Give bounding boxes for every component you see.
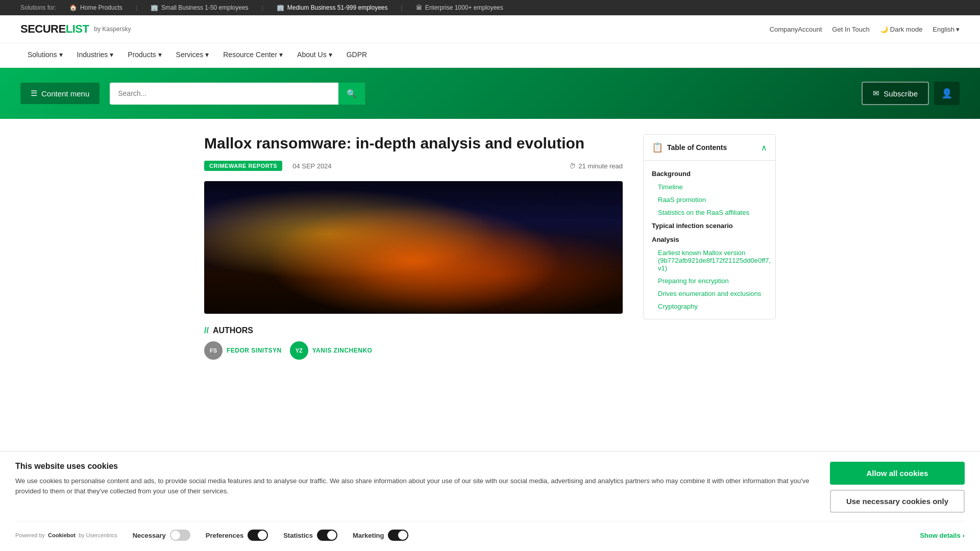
search-input[interactable] (110, 83, 338, 104)
dark-mode-toggle[interactable]: 🌙 Dark mode (880, 26, 923, 33)
industries-arrow: ▾ (110, 51, 113, 59)
subscribe-button[interactable]: ✉ Subscribe (862, 82, 929, 105)
dark-mode-label: Dark mode (890, 26, 923, 33)
nav-resource-center[interactable]: Resource Center ▾ (216, 43, 290, 67)
products-arrow: ▾ (158, 51, 162, 59)
logo-secure: SECURE (20, 22, 66, 35)
author-yanis-avatar: YZ (290, 341, 308, 360)
enterprise-icon: 🏛 (416, 4, 422, 11)
author-yanis[interactable]: YZ YANIS ZINCHENKO (290, 341, 373, 360)
topbar-medium-label: Medium Business 51-999 employees (287, 4, 388, 11)
get-in-touch-link[interactable]: Get In Touch (832, 26, 869, 33)
site-logo[interactable]: SECURELIST by Kaspersky (20, 22, 131, 36)
topbar-item-home[interactable]: 🏠 Home Products (66, 3, 126, 12)
small-biz-icon: 🏢 (151, 4, 158, 11)
topbar-item-medium[interactable]: 🏢 Medium Business 51-999 employees (274, 3, 391, 12)
content-menu-button[interactable]: ☰ Content menu (20, 83, 100, 104)
authors-list: FS FEDOR SINITSYN YZ YANIS ZINCHENKO (204, 341, 623, 360)
topbar-item-enterprise[interactable]: 🏛 Enterprise 1000+ employees (413, 3, 506, 12)
language-label: English (933, 26, 954, 33)
content-area: Mallox ransomware: in-depth analysis and… (184, 119, 796, 385)
table-of-contents: 📋 Table of Contents ∧ Background Timelin… (643, 134, 776, 319)
article-date: 04 SEP 2024 (292, 162, 331, 170)
toc-section-background[interactable]: Background (644, 167, 775, 181)
toc-item-preparing[interactable]: Preparing for encryption (644, 274, 775, 287)
topbar-home-label: Home Products (80, 4, 122, 11)
authors-label: AUTHORS (204, 326, 623, 335)
main-navigation: Solutions ▾ Industries ▾ Products ▾ Serv… (0, 43, 980, 68)
nav-gdpr[interactable]: GDPR (339, 43, 374, 67)
toc-section-infection[interactable]: Typical infection scenario (644, 219, 775, 233)
article-title: Mallox ransomware: in-depth analysis and… (204, 134, 623, 153)
about-arrow: ▾ (329, 51, 332, 59)
medium-biz-icon: 🏢 (277, 4, 284, 11)
nav-about-us[interactable]: About Us ▾ (290, 43, 339, 67)
site-header: SECURELIST by Kaspersky CompanyAccount G… (0, 15, 980, 43)
article-hero-image (204, 181, 623, 314)
company-account-link[interactable]: CompanyAccount (770, 26, 822, 33)
home-icon: 🏠 (69, 4, 77, 11)
services-arrow: ▾ (205, 51, 209, 59)
read-time: ⏱ 21 minute read (569, 162, 623, 170)
user-account-button[interactable]: 👤 (934, 82, 960, 105)
topbar-small-label: Small Business 1-50 employees (161, 4, 249, 11)
sidebar: 📋 Table of Contents ∧ Background Timelin… (643, 134, 776, 370)
chevron-down-icon: ▾ (956, 26, 960, 33)
search-button[interactable]: 🔍 (338, 83, 365, 105)
search-icon: 🔍 (347, 89, 357, 98)
moon-icon: 🌙 (880, 26, 888, 33)
article-meta: CRIMEWARE REPORTS 04 SEP 2024 ⏱ 21 minut… (204, 161, 623, 171)
nav-solutions[interactable]: Solutions ▾ (20, 43, 70, 67)
author-fedor[interactable]: FS FEDOR SINITSYN (204, 341, 282, 360)
main-content: Mallox ransomware: in-depth analysis and… (204, 134, 623, 370)
article-tag[interactable]: CRIMEWARE REPORTS (204, 161, 282, 171)
menu-icon: ☰ (31, 89, 37, 98)
author-fedor-avatar: FS (204, 341, 223, 360)
toc-item-raas-stats[interactable]: Statistics on the RaaS affiliates (644, 206, 775, 219)
topbar-enterprise-label: Enterprise 1000+ employees (425, 4, 503, 11)
nav-industries[interactable]: Industries ▾ (70, 43, 121, 67)
toc-icon: 📋 (652, 142, 663, 153)
toc-body: Background Timeline RaaS promotion Stati… (644, 161, 775, 319)
toc-title: 📋 Table of Contents (652, 142, 727, 153)
language-selector[interactable]: English ▾ (933, 26, 960, 33)
topbar-item-small[interactable]: 🏢 Small Business 1-50 employees (148, 3, 252, 12)
header-nav: CompanyAccount Get In Touch 🌙 Dark mode … (770, 26, 960, 33)
author-fedor-name: FEDOR SINITSYN (227, 347, 282, 354)
toc-section-analysis[interactable]: Analysis (644, 233, 775, 246)
authors-section: AUTHORS FS FEDOR SINITSYN YZ YANIS ZINCH… (204, 326, 623, 360)
toc-item-timeline[interactable]: Timeline (644, 181, 775, 193)
logo-list: LIST (66, 22, 89, 35)
toc-item-raas-promo[interactable]: RaaS promotion (644, 193, 775, 206)
search-bar: 🔍 (110, 83, 365, 105)
envelope-icon: ✉ (873, 89, 879, 98)
author-yanis-name: YANIS ZINCHENKO (312, 347, 373, 354)
clock-icon: ⏱ (569, 162, 576, 170)
solutions-arrow: ▾ (59, 51, 63, 59)
top-bar: Solutions for: 🏠 Home Products | 🏢 Small… (0, 0, 980, 15)
resource-arrow: ▾ (279, 51, 283, 59)
logo-kaspersky: by Kaspersky (94, 26, 131, 33)
toc-item-earliest[interactable]: Earliest known Mallox version (9b772afb9… (644, 246, 775, 274)
solutions-label: Solutions for: (20, 4, 56, 11)
toc-header[interactable]: 📋 Table of Contents ∧ (644, 135, 775, 161)
toc-toggle-button[interactable]: ∧ (761, 143, 767, 153)
toc-item-crypto[interactable]: Cryptography (644, 300, 775, 313)
user-icon: 👤 (941, 88, 952, 98)
nav-products[interactable]: Products ▾ (120, 43, 168, 67)
toc-item-drives[interactable]: Drives enumeration and exclusions (644, 287, 775, 300)
banner-right: ✉ Subscribe 👤 (862, 82, 960, 105)
hero-banner: ☰ Content menu 🔍 ✉ Subscribe 👤 (0, 68, 980, 119)
nav-services[interactable]: Services ▾ (169, 43, 216, 67)
